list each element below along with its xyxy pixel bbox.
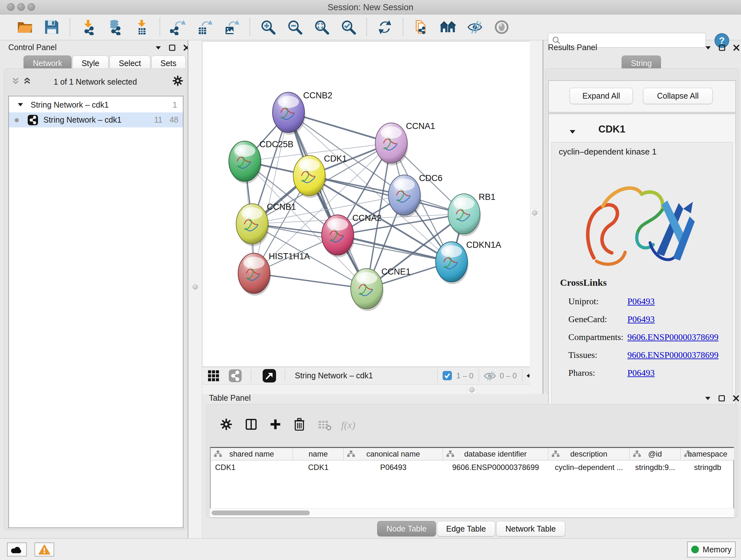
status-bar: Memory [0, 538, 741, 560]
table-cell[interactable]: stringdb:9... [630, 460, 681, 475]
crosslink-value[interactable]: P06493 [627, 314, 655, 324]
show-columns-icon[interactable] [245, 418, 257, 430]
network-node-cdk1[interactable]: CDK1 [293, 154, 347, 198]
table-cell[interactable]: cyclin–dependent ... [548, 460, 630, 475]
horizontal-splitter[interactable] [202, 384, 530, 394]
refresh-icon[interactable] [376, 18, 394, 37]
network-canvas[interactable]: CCNB2CCNA1CDC25BCDK1CDC6RB1CCNB1CCNA2CDK… [202, 42, 530, 367]
network-node-ccne1[interactable]: CCNE1 [351, 267, 411, 311]
crosslink-value[interactable]: 9606.ENSP00000378699 [627, 332, 718, 342]
float-table-icon[interactable] [718, 395, 725, 402]
crosslink-value[interactable]: P06493 [627, 368, 655, 378]
column-header-sharedname[interactable]: shared name [211, 448, 293, 460]
table-cell[interactable]: CDK1 [293, 460, 344, 475]
network-node-ccna1[interactable]: CCNA1 [375, 121, 435, 165]
crosslink-value[interactable]: P06493 [627, 296, 655, 307]
table-hscrollbar[interactable] [210, 508, 734, 517]
float-results-icon[interactable] [718, 44, 726, 51]
network-overview-icon[interactable] [228, 369, 242, 382]
tab-network-table[interactable]: Network Table [496, 521, 565, 537]
cloud-icon [10, 545, 23, 554]
gene-collapse-icon[interactable] [569, 129, 576, 134]
table-type-tabs: Node TableEdge TableNetwork Table [377, 521, 566, 537]
export-table-icon[interactable] [196, 18, 214, 37]
show-all-icon[interactable] [492, 18, 511, 37]
export-image-icon[interactable] [222, 18, 241, 37]
table-cell[interactable]: P06493 [344, 460, 443, 475]
crosslink-label: Pharos: [568, 368, 627, 378]
export-network-icon[interactable] [169, 18, 187, 37]
node-label-ccne1: CCNE1 [381, 267, 411, 276]
network-node-ccnb2[interactable]: CCNB2 [273, 91, 333, 135]
add-column-icon[interactable] [269, 418, 281, 430]
float-panel-icon[interactable] [169, 44, 176, 51]
delete-column-icon[interactable] [293, 418, 305, 431]
network-svg[interactable]: CCNB2CCNA1CDC25BCDK1CDC6RB1CCNB1CCNA2CDK… [203, 42, 530, 367]
string-home-icon[interactable] [439, 18, 457, 37]
expand-all-button[interactable]: Expand All [569, 88, 633, 104]
horizontal-splitter-grip[interactable] [468, 386, 476, 394]
network-column-icon [347, 450, 355, 458]
zoom-out-icon[interactable] [286, 18, 304, 37]
tab-edge-table[interactable]: Edge Table [437, 521, 495, 537]
network-options-gear-icon[interactable] [172, 75, 183, 86]
close-table-icon[interactable] [732, 395, 740, 402]
grid-view-icon[interactable] [207, 370, 219, 382]
network-node-rb1[interactable]: RB1 [448, 192, 495, 236]
column-header-id[interactable]: @id [630, 448, 681, 460]
table-row[interactable]: CDK1CDK1P064939606.ENSP00000378699cyclin… [211, 460, 733, 475]
collapse-results-icon[interactable] [705, 46, 711, 50]
table-panel-title: Table Panel [209, 393, 251, 402]
crosslink-label: GeneCard: [568, 314, 627, 324]
column-header-namespace[interactable]: namespace [681, 448, 735, 460]
right-splitter[interactable] [530, 40, 543, 394]
memory-button[interactable]: Memory [687, 542, 736, 557]
share-document-icon[interactable] [412, 18, 430, 37]
tab-node-table[interactable]: Node Table [377, 521, 436, 537]
network-label: String Network – cdk1 [44, 115, 122, 125]
detach-view-icon[interactable] [262, 369, 276, 383]
table-options-gear-icon[interactable] [220, 418, 232, 430]
crosslink-label: Compartments: [568, 332, 627, 342]
import-network-icon[interactable] [79, 18, 97, 37]
network-edge[interactable] [288, 112, 367, 289]
right-splitter-grip[interactable] [531, 209, 539, 217]
zoom-fit-icon[interactable] [313, 18, 331, 37]
network-selection-status: 1 of 1 Network selected [4, 77, 187, 86]
column-header-description[interactable]: description [548, 448, 630, 460]
table-cell[interactable]: stringdb [681, 460, 735, 475]
crosslink-value[interactable]: 9606.ENSP00000378699 [627, 350, 718, 360]
collapse-all-button[interactable]: Collapse All [643, 88, 713, 104]
network-edge[interactable] [254, 112, 288, 273]
zoom-selected-icon[interactable] [339, 18, 358, 37]
warnings-button[interactable] [35, 543, 54, 557]
column-header-name[interactable]: name [293, 448, 344, 460]
open-folder-icon[interactable] [16, 18, 34, 37]
zoom-in-icon[interactable] [259, 18, 277, 37]
node-label-cdc25b: CDC25B [259, 139, 293, 149]
network-node-cdc6[interactable]: CDC6 [388, 173, 443, 217]
network-node-cdc25b[interactable]: CDC25B [229, 139, 293, 184]
cloud-button[interactable] [7, 543, 27, 557]
save-icon[interactable] [43, 18, 61, 37]
table-hscrollbar-thumb[interactable] [212, 510, 310, 515]
table-cell[interactable]: CDK1 [211, 460, 293, 475]
left-splitter-grip[interactable] [191, 283, 199, 291]
collapse-panel-icon[interactable] [155, 46, 161, 50]
selected-checkbox-icon[interactable] [442, 371, 452, 381]
network-node-cdkn1a[interactable]: CDKN1A [435, 240, 501, 284]
network-tree-root-row[interactable]: String Network – cdk1 1 [9, 98, 183, 112]
column-header-canonicalname[interactable]: canonical name [344, 448, 443, 460]
network-node-ccnb1[interactable]: CCNB1 [236, 202, 296, 246]
table-cell[interactable]: 9606.ENSP00000378699 [443, 460, 548, 475]
import-table-icon[interactable] [132, 18, 151, 37]
import-database-icon[interactable] [106, 18, 124, 37]
collapse-table-icon[interactable] [704, 396, 711, 401]
network-tree-selected-row[interactable]: String Network – cdk1 11 48 [9, 112, 183, 127]
network-edge[interactable] [338, 235, 452, 262]
close-results-icon[interactable] [733, 44, 740, 51]
hide-selected-icon[interactable] [466, 18, 484, 37]
column-header-databaseidentifier[interactable]: database identifier [443, 448, 548, 460]
network-node-hist1h1a[interactable]: HIST1H1A [238, 252, 310, 296]
tree-expand-icon[interactable] [17, 103, 23, 107]
